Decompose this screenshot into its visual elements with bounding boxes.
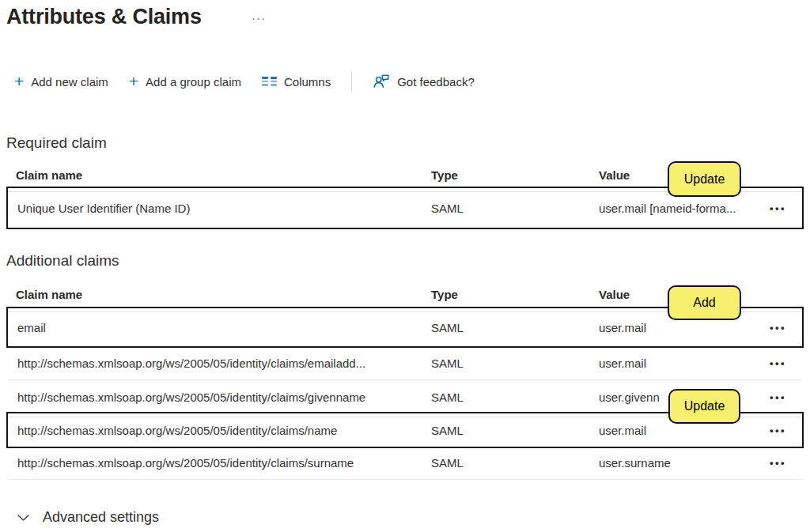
plus-icon: + [129, 73, 138, 89]
claim-name-cell: http://schemas.xmlsoap.org/ws/2005/05/id… [8, 456, 431, 470]
got-feedback-label: Got feedback? [397, 75, 475, 89]
claim-value-cell: user.mail [599, 321, 754, 334]
claim-value-cell: user.mail [599, 424, 754, 437]
column-header-type[interactable]: Type [431, 288, 599, 301]
plus-icon: + [14, 73, 24, 89]
add-new-claim-label: Add new claim [31, 75, 108, 89]
required-claim-heading: Required claim [6, 134, 107, 152]
annotation-update-required: Update [668, 161, 741, 197]
columns-button[interactable]: Columns [262, 75, 331, 89]
columns-icon [262, 77, 277, 86]
claim-name-cell: http://schemas.xmlsoap.org/ws/2005/05/id… [8, 357, 431, 370]
row-more-menu-icon[interactable]: ••• [754, 322, 802, 334]
page-title: Attributes & Claims [6, 5, 202, 29]
command-bar: + Add new claim + Add a group claim Colu… [14, 70, 475, 93]
claim-name-cell: http://schemas.xmlsoap.org/ws/2005/05/id… [8, 391, 431, 404]
additional-claims-heading: Additional claims [6, 252, 119, 270]
claim-type-cell: SAML [431, 357, 599, 370]
row-more-menu-icon[interactable]: ••• [754, 457, 802, 469]
table-row-emailaddress[interactable]: http://schemas.xmlsoap.org/ws/2005/05/id… [8, 346, 802, 380]
column-header-claim-name[interactable]: Claim name [8, 168, 431, 182]
row-more-menu-icon[interactable]: ••• [754, 391, 802, 403]
claim-value-cell: user.mail [nameid-forma... [599, 202, 754, 215]
row-more-menu-icon[interactable]: ••• [754, 202, 802, 214]
claim-type-cell: SAML [431, 202, 599, 215]
column-header-claim-name[interactable]: Claim name [8, 288, 431, 301]
claim-type-cell: SAML [431, 424, 599, 437]
column-header-type[interactable]: Type [431, 168, 599, 182]
annotation-update-name: Update [668, 389, 740, 424]
annotation-add-email: Add [668, 285, 741, 320]
claim-type-cell: SAML [431, 456, 599, 470]
advanced-settings-label: Advanced settings [43, 509, 159, 526]
row-more-menu-icon[interactable]: ••• [754, 424, 802, 436]
add-new-claim-button[interactable]: + Add new claim [14, 74, 108, 89]
row-more-menu-icon[interactable]: ••• [754, 357, 802, 369]
claim-name-cell: Unique User Identifier (Name ID) [8, 202, 431, 215]
chevron-down-icon [17, 514, 29, 522]
toolbar-divider [351, 71, 352, 92]
feedback-icon [373, 73, 390, 90]
claim-type-cell: SAML [431, 391, 599, 404]
claim-type-cell: SAML [431, 321, 599, 334]
claim-value-cell: user.mail [599, 357, 754, 370]
claim-name-cell: email [8, 321, 431, 334]
title-more-menu-icon[interactable]: ··· [252, 11, 266, 25]
advanced-settings-toggle[interactable]: Advanced settings [17, 509, 159, 526]
got-feedback-button[interactable]: Got feedback? [373, 73, 475, 90]
table-row-surname[interactable]: http://schemas.xmlsoap.org/ws/2005/05/id… [8, 447, 802, 480]
add-group-claim-button[interactable]: + Add a group claim [129, 74, 241, 89]
claim-value-cell: user.surname [599, 456, 754, 470]
columns-label: Columns [284, 75, 331, 89]
add-group-claim-label: Add a group claim [146, 75, 241, 89]
claim-name-cell: http://schemas.xmlsoap.org/ws/2005/05/id… [8, 424, 431, 437]
